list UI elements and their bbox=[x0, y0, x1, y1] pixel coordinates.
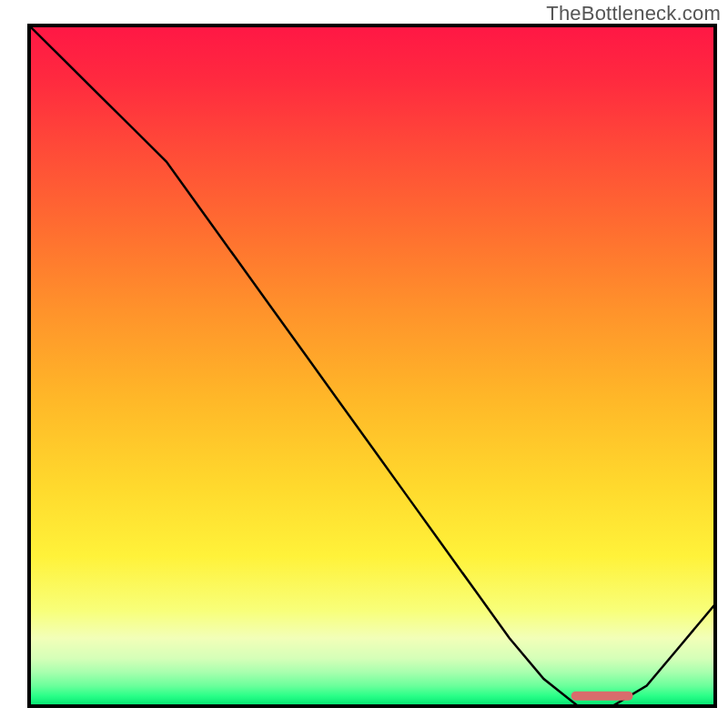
watermark-label: TheBottleneck.com bbox=[546, 2, 721, 25]
optimal-range-marker bbox=[571, 692, 633, 701]
bottleneck-curve-chart bbox=[0, 0, 728, 728]
chart-container: TheBottleneck.com bbox=[0, 0, 728, 728]
